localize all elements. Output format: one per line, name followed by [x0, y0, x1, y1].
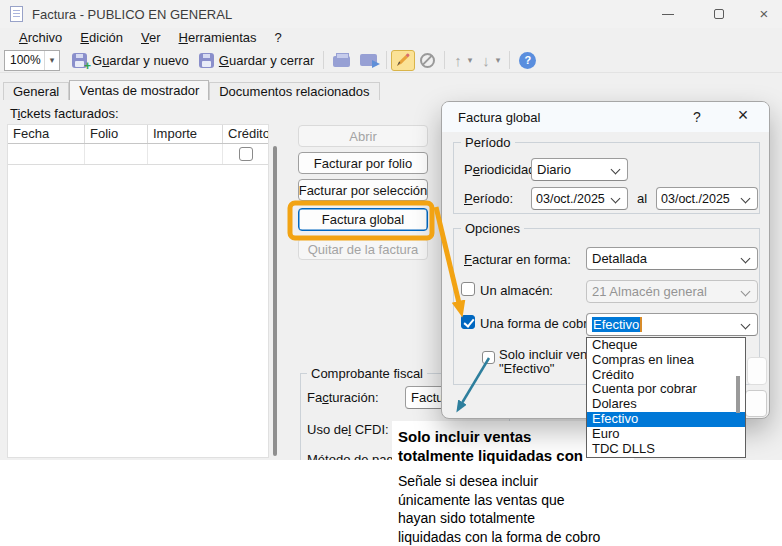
zoom-dropdown-arrow-icon[interactable]: ▾ — [44, 51, 59, 70]
dropdown-option[interactable]: Crédito — [587, 368, 745, 383]
screen: Factura - PUBLICO EN GENERAL × Archivo E… — [0, 0, 782, 546]
send-button[interactable] — [355, 52, 382, 68]
dropdown-option-selected[interactable]: Efectivo — [587, 412, 745, 427]
menu-edicion[interactable]: Edición — [71, 28, 132, 48]
move-up-button[interactable]: ↑▾ — [449, 50, 477, 71]
periodicidad-label: Periodicidad: — [464, 162, 539, 177]
arrow-down-icon: ↓ — [482, 52, 490, 69]
chevron-down-icon — [611, 194, 621, 204]
dialog-help-button[interactable]: ? — [687, 109, 707, 125]
save-close-icon — [199, 53, 214, 68]
table-header: Fecha Folio Importe Crédito — [8, 125, 268, 144]
minimize-icon — [662, 14, 674, 15]
help-button[interactable]: ? — [514, 50, 541, 71]
chevron-down-icon — [741, 320, 751, 330]
almacen-combobox: 21 Almacén general — [586, 280, 758, 303]
arrow-up-icon: ↑ — [454, 52, 462, 69]
close-button[interactable]: × — [749, 0, 779, 28]
save-and-new-button[interactable]: + Guardar y nuevo — [67, 51, 194, 70]
maximize-icon — [714, 9, 724, 19]
tab-ventas-de-mostrador[interactable]: Ventas de mostrador — [69, 80, 209, 100]
zoom-select[interactable]: 100% ▾ — [4, 50, 60, 71]
send-icon — [360, 54, 377, 66]
quitar-de-la-factura-button[interactable]: Quitar de la factura — [298, 238, 428, 260]
caret-down-icon[interactable]: ▾ — [468, 55, 473, 65]
column-header-credito[interactable]: Crédito — [223, 125, 268, 143]
dropdown-option[interactable]: Compras en linea — [587, 353, 745, 368]
toolbar-separator — [386, 51, 387, 69]
column-header-folio[interactable]: Folio — [85, 125, 148, 143]
fecha-hasta-combobox[interactable]: 03/oct./2025 — [656, 187, 758, 210]
minimize-button[interactable] — [653, 0, 683, 28]
dropdown-scrollbar[interactable] — [736, 376, 740, 413]
edit-button[interactable] — [391, 50, 415, 71]
dropdown-option[interactable]: TDC DLLS — [587, 442, 745, 457]
menu-ver[interactable]: Ver — [132, 28, 170, 48]
facturar-en-forma-label: Facturar en forma: — [464, 252, 571, 267]
un-almacen-checkbox[interactable] — [461, 282, 475, 296]
chevron-down-icon — [741, 254, 751, 264]
tab-general[interactable]: General — [3, 82, 69, 100]
comprobante-fiscal-legend: Comprobante fiscal — [307, 366, 427, 381]
toolbar-separator — [444, 51, 445, 69]
save-close-label: Guardar y cerrar — [219, 53, 314, 68]
chevron-down-icon — [741, 287, 751, 297]
fecha-desde-combobox[interactable]: 03/oct./2025 — [531, 187, 628, 210]
plus-icon: + — [84, 61, 91, 71]
table-scrollbar[interactable] — [273, 146, 277, 456]
facturar-en-forma-combobox[interactable]: Detallada — [586, 247, 758, 270]
cancel-button[interactable] — [415, 51, 440, 70]
solo-incluir-checkbox[interactable] — [482, 351, 495, 364]
facturar-por-folio-button[interactable]: Facturar por folio — [298, 152, 428, 174]
periodicidad-combobox[interactable]: Diario — [531, 158, 628, 181]
opciones-legend: Opciones — [461, 221, 524, 236]
dropdown-option[interactable]: Dolares — [587, 397, 745, 412]
chevron-down-icon — [741, 194, 751, 204]
dialog-close-button[interactable]: × — [731, 105, 755, 126]
al-label: al — [637, 191, 647, 206]
tickets-table: Fecha Folio Importe Crédito — [7, 124, 269, 458]
dialog-title: Factura global — [458, 110, 540, 125]
column-header-fecha[interactable]: Fecha — [8, 125, 85, 143]
toolbar-separator — [509, 51, 510, 69]
help-icon: ? — [519, 52, 536, 69]
caret-down-icon[interactable]: ▾ — [496, 55, 501, 65]
column-header-importe[interactable]: Importe — [148, 125, 223, 143]
toolbar: 100% ▾ + Guardar y nuevo Guardar y cerra… — [0, 48, 782, 73]
credito-checkbox[interactable] — [239, 147, 253, 161]
text-cursor — [640, 317, 642, 332]
chevron-down-icon — [611, 165, 621, 175]
factura-global-button[interactable]: Factura global — [298, 208, 428, 231]
toolbar-separator — [323, 51, 324, 69]
save-and-close-button[interactable]: Guardar y cerrar — [194, 51, 319, 70]
table-row[interactable] — [8, 144, 268, 165]
menu-herramientas[interactable]: Herramientas — [170, 28, 266, 48]
save-new-icon: + — [72, 53, 87, 68]
aceptar-button-partial[interactable] — [747, 357, 767, 385]
menu-bar: Archivo Edición Ver Herramientas ? — [0, 28, 782, 48]
dropdown-option[interactable]: Cheque — [587, 338, 745, 353]
periodo-label: Período: — [464, 191, 513, 206]
dropdown-option[interactable]: Euro — [587, 427, 745, 442]
pencil-icon — [396, 53, 410, 67]
metodo-pago-label: Método de pago: — [307, 452, 405, 460]
periodo-legend: Período — [461, 135, 515, 150]
facturar-por-seleccion-button[interactable]: Facturar por selección — [298, 179, 428, 201]
maximize-button[interactable] — [704, 0, 734, 28]
note-body: Señale si desea incluir únicamente las v… — [398, 472, 634, 546]
una-forma-de-cobro-label: Una forma de cobro: — [480, 316, 599, 331]
dropdown-option[interactable]: Cuenta por cobrar — [587, 382, 745, 397]
una-forma-de-cobro-checkbox[interactable] — [461, 315, 475, 329]
move-down-button[interactable]: ↓▾ — [477, 50, 505, 71]
menu-help[interactable]: ? — [266, 28, 291, 48]
tab-strip: General Ventas de mostrador Documentos r… — [3, 80, 380, 100]
print-button[interactable] — [328, 51, 355, 69]
menu-archivo[interactable]: Archivo — [10, 28, 71, 48]
save-new-label: Guardar y nuevo — [92, 53, 189, 68]
abrir-button[interactable]: Abrir — [298, 125, 428, 147]
forma-de-cobro-combobox[interactable]: Efectivo — [586, 313, 758, 336]
cancelar-button-partial[interactable] — [745, 390, 767, 417]
cancel-icon — [420, 53, 435, 68]
tab-documentos-relacionados[interactable]: Documentos relacionados — [209, 82, 379, 100]
facturacion-label: Facturación: — [307, 390, 379, 405]
